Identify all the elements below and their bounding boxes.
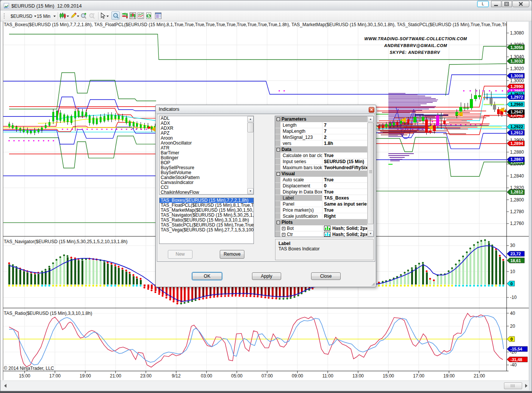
svg-text:SKYPE: ANDREYBBRV: SKYPE: ANDREYBBRV xyxy=(390,50,440,55)
svg-text:TAS_Navigator($EURUSD (15 Min): TAS_Navigator($EURUSD (15 Min),5,30,25,1… xyxy=(4,239,128,244)
svg-text:1,2894: 1,2894 xyxy=(510,141,524,146)
svg-text:23,72: 23,72 xyxy=(510,252,521,256)
svg-text:-40: -40 xyxy=(510,362,517,368)
svg-text:30: 30 xyxy=(510,243,515,248)
svg-text:05:00: 05:00 xyxy=(231,373,243,379)
svg-text:15:00: 15:00 xyxy=(19,373,30,379)
svg-text:1,2947: 1,2947 xyxy=(510,110,523,114)
svg-text:1,2812: 1,2812 xyxy=(510,190,523,194)
svg-text:1,2912: 1,2912 xyxy=(510,130,523,135)
svg-text:23:00: 23:00 xyxy=(140,373,152,379)
svg-text:20: 20 xyxy=(510,324,515,329)
svg-text:TAS_Ratio($EURUSD (15 Min),3,3: TAS_Ratio($EURUSD (15 Min),3,3,10,1.8h) xyxy=(4,311,92,316)
svg-text:13:00: 13:00 xyxy=(352,373,364,379)
svg-text:07:00: 07:00 xyxy=(261,373,273,379)
svg-text:ANDREYBBRV@GMAIL.COM: ANDREYBBRV@GMAIL.COM xyxy=(384,43,448,48)
svg-text:19:00: 19:00 xyxy=(80,373,91,379)
svg-text:1,2880: 1,2880 xyxy=(510,149,524,155)
svg-text:1,3020: 1,3020 xyxy=(510,66,524,71)
svg-text:1,3056: 1,3056 xyxy=(510,45,523,50)
svg-text:1,3000: 1,3000 xyxy=(510,78,524,83)
svg-text:17:00: 17:00 xyxy=(413,373,424,379)
svg-text:-15,54: -15,54 xyxy=(510,347,523,351)
svg-text:-31,48: -31,48 xyxy=(510,357,522,362)
svg-text:0: 0 xyxy=(510,281,513,286)
svg-text:40: 40 xyxy=(510,311,515,316)
svg-text:1,2760: 1,2760 xyxy=(510,221,524,226)
svg-text:WWW.TRADING-SOFTWARE-COLLECTIO: WWW.TRADING-SOFTWARE-COLLECTION.COM xyxy=(365,36,467,41)
svg-text:09:00: 09:00 xyxy=(292,373,303,379)
svg-text:1,3008: 1,3008 xyxy=(510,74,523,78)
svg-text:1,2800: 1,2800 xyxy=(510,197,524,203)
svg-text:9/12: 9/12 xyxy=(172,373,181,379)
svg-text:1,2960: 1,2960 xyxy=(510,102,523,107)
svg-text:21:00: 21:00 xyxy=(474,373,485,379)
svg-text:0: 0 xyxy=(510,337,513,341)
svg-text:1,2780: 1,2780 xyxy=(510,209,524,214)
svg-text:21:00: 21:00 xyxy=(110,373,121,379)
svg-text:1,2990: 1,2990 xyxy=(510,84,523,89)
svg-text:1,2922: 1,2922 xyxy=(510,124,523,129)
svg-text:1,2972: 1,2972 xyxy=(510,95,523,99)
svg-text:03:00: 03:00 xyxy=(201,373,212,379)
svg-text:17:00: 17:00 xyxy=(49,373,61,379)
svg-text:15:00: 15:00 xyxy=(383,373,394,379)
svg-text:11:00: 11:00 xyxy=(322,373,333,379)
svg-text:19:00: 19:00 xyxy=(443,373,455,379)
svg-text:1,2840: 1,2840 xyxy=(510,173,524,179)
svg-text:1,2867: 1,2867 xyxy=(510,157,523,162)
svg-text:© 2014 NinjaTrader, LLC: © 2014 NinjaTrader, LLC xyxy=(4,366,54,371)
svg-text:1,3032: 1,3032 xyxy=(510,59,523,63)
svg-text:TAS_Boxes($EURUSD (15 Min),7,7: TAS_Boxes($EURUSD (15 Min),7,7,2,1.8h), … xyxy=(4,22,532,27)
svg-text:10: 10 xyxy=(510,269,515,274)
svg-text:18,61: 18,61 xyxy=(510,258,521,263)
svg-text:1,3080: 1,3080 xyxy=(510,30,524,36)
svg-text:-10: -10 xyxy=(510,295,517,300)
